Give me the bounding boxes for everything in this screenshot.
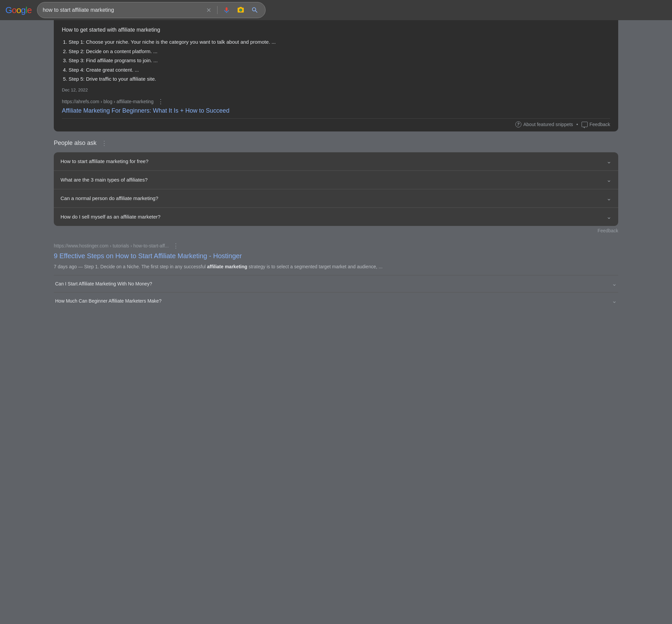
- clear-button[interactable]: [204, 6, 213, 15]
- feedback-label: Feedback: [590, 122, 610, 127]
- snippet-title: How to get started with affiliate market…: [62, 27, 610, 33]
- snippet-date: Dec 12, 2022: [62, 87, 610, 93]
- step-2: Step 2: Decide on a content platform. ..…: [69, 47, 610, 56]
- step-4: Step 4: Create great content. ...: [69, 66, 610, 74]
- step-1: Step 1: Choose your niche. Your niche is…: [69, 38, 610, 46]
- result-source: https://www.hostinger.com › tutorials › …: [54, 241, 618, 250]
- snippet-url: https://ahrefs.com › blog › affiliate-ma…: [62, 99, 154, 104]
- paa-question-3: How do I sell myself as an affiliate mar…: [60, 214, 160, 219]
- paa-item-1[interactable]: What are the 3 main types of affiliates?…: [54, 171, 618, 189]
- svg-point-0: [240, 9, 242, 11]
- sub-chevron-0: ⌄: [612, 280, 617, 287]
- snippet-prefix: 7 days ago — Step 1. Decide on a Niche. …: [54, 264, 207, 269]
- paa-item-2[interactable]: Can a normal person do affiliate marketi…: [54, 189, 618, 208]
- more-dots-icon: ⋮: [158, 98, 164, 105]
- paa-list: How to start affiliate marketing for fre…: [54, 152, 618, 226]
- chevron-down-icon-0: ⌄: [606, 158, 612, 165]
- google-logo: Google: [5, 5, 32, 16]
- search-icons: [204, 5, 260, 15]
- paa-title: People also ask: [54, 139, 97, 147]
- question-icon: ?: [515, 121, 521, 127]
- result-more-button[interactable]: ⋮: [172, 241, 181, 250]
- featured-snippet: How to get started with affiliate market…: [54, 20, 618, 131]
- image-search-button[interactable]: [236, 5, 246, 15]
- paa-feedback-button[interactable]: Feedback: [598, 228, 618, 233]
- paa-question-1: What are the 3 main types of affiliates?: [60, 177, 148, 183]
- paa-item-3[interactable]: How do I sell myself as an affiliate mar…: [54, 208, 618, 226]
- divider: [217, 6, 217, 14]
- search-icon: [251, 6, 259, 14]
- sub-chevron-1: ⌄: [612, 297, 617, 305]
- paa-feedback: Feedback: [54, 228, 618, 233]
- paa-more-dots-icon: ⋮: [101, 140, 108, 147]
- result-snippet: 7 days ago — Step 1. Decide on a Niche. …: [54, 263, 618, 270]
- paa-more-button[interactable]: ⋮: [100, 138, 109, 148]
- mic-icon: [223, 6, 230, 14]
- paa-question-0: How to start affiliate marketing for fre…: [60, 158, 149, 164]
- about-snippets-label: About featured snippets: [523, 122, 573, 127]
- close-icon: [206, 7, 212, 13]
- main-content: People also ask ⋮ How to start affiliate…: [0, 131, 672, 316]
- chevron-down-icon-2: ⌄: [606, 195, 612, 202]
- paa-header: People also ask ⋮: [54, 138, 618, 148]
- search-bar[interactable]: [37, 2, 265, 18]
- snippet-source: https://ahrefs.com › blog › affiliate-ma…: [62, 97, 610, 106]
- header: Google: [0, 0, 672, 20]
- snippet-bold: affiliate marketing: [207, 264, 248, 269]
- snippet-result-link[interactable]: Affiliate Marketing For Beginners: What …: [62, 107, 610, 114]
- step-3: Step 3: Find affiliate programs to join.…: [69, 56, 610, 65]
- snippet-footer: ? About featured snippets • Feedback: [62, 118, 610, 127]
- voice-search-button[interactable]: [222, 5, 232, 15]
- camera-icon: [237, 6, 244, 14]
- feedback-icon: [581, 122, 588, 127]
- search-input[interactable]: [43, 7, 202, 13]
- feedback-item[interactable]: Feedback: [581, 122, 610, 127]
- result-link[interactable]: 9 Effective Steps on How to Start Affili…: [54, 252, 618, 260]
- footer-separator: •: [576, 122, 578, 127]
- step-5: Step 5: Drive traffic to your affiliate …: [69, 75, 610, 83]
- result-url: https://www.hostinger.com › tutorials › …: [54, 243, 169, 249]
- search-result-hostinger: https://www.hostinger.com › tutorials › …: [54, 241, 618, 309]
- snippet-more-button[interactable]: ⋮: [156, 97, 165, 106]
- snippet-steps: Step 1: Choose your niche. Your niche is…: [62, 38, 610, 83]
- chevron-down-icon-1: ⌄: [606, 176, 612, 184]
- search-button[interactable]: [250, 5, 260, 15]
- sub-accordion: Can I Start Affiliate Marketing With No …: [54, 275, 618, 309]
- chevron-down-icon-3: ⌄: [606, 213, 612, 220]
- sub-question-0: Can I Start Affiliate Marketing With No …: [55, 281, 152, 286]
- people-also-ask-section: People also ask ⋮ How to start affiliate…: [54, 138, 618, 233]
- sub-question-1: How Much Can Beginner Affiliate Marketer…: [55, 298, 161, 304]
- sub-accordion-item-0[interactable]: Can I Start Affiliate Marketing With No …: [54, 275, 618, 292]
- paa-question-2: Can a normal person do affiliate marketi…: [60, 195, 158, 201]
- about-snippets-item[interactable]: ? About featured snippets: [515, 121, 573, 127]
- snippet-suffix: strategy is to select a segmented target…: [248, 264, 383, 269]
- sub-accordion-item-1[interactable]: How Much Can Beginner Affiliate Marketer…: [54, 292, 618, 309]
- result-more-dots-icon: ⋮: [173, 242, 179, 250]
- paa-item-0[interactable]: How to start affiliate marketing for fre…: [54, 152, 618, 171]
